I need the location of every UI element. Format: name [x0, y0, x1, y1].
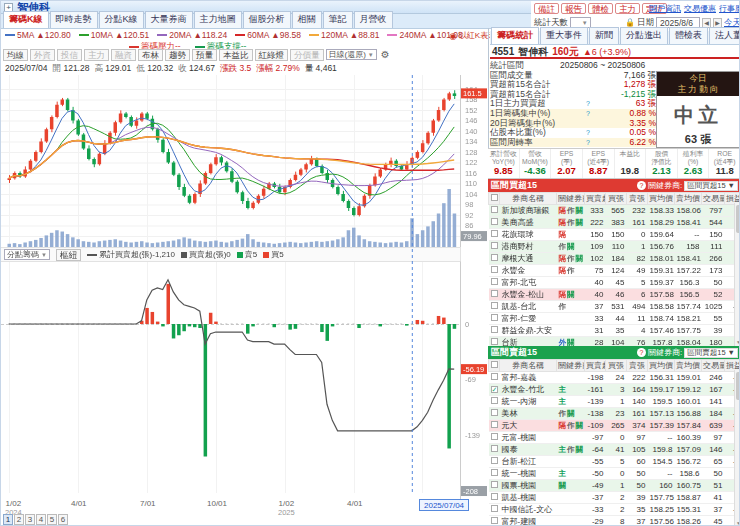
column-header[interactable]: 賣均價 — [675, 360, 702, 372]
sell-table-row[interactable]: 元富-桃園-97097--160.39974 — [489, 432, 740, 444]
column-header[interactable]: 賣張 — [627, 360, 648, 372]
buy-table-scrollbar[interactable]: ▲▼ — [734, 203, 740, 346]
page-button-2[interactable]: 2 — [14, 514, 24, 525]
row-checkbox[interactable] — [491, 326, 498, 333]
right-tab-0[interactable]: 籌碼統計 — [491, 27, 539, 44]
broker-name[interactable]: 永豐金-竹北 — [500, 384, 557, 396]
row-checkbox[interactable] — [491, 338, 498, 345]
buy-table-row[interactable]: 台新外關2810476157.8158.0418014 — [489, 337, 740, 347]
sell-table-row[interactable]: 美林作關-13823161157.13156.88184-44 — [489, 408, 740, 420]
sell-table-row[interactable]: 台新-松江-55560154.5156.7265-17 — [489, 456, 740, 468]
indicator-button-分價量[interactable]: 分價量 — [290, 49, 324, 61]
page-button-5[interactable]: 5 — [47, 514, 57, 525]
column-header[interactable]: 券商名稱 — [500, 193, 557, 205]
top-button-1[interactable]: 報告 — [561, 3, 586, 14]
date-prev-button[interactable]: ◀ — [702, 18, 711, 28]
buy-table-row[interactable]: 花旗環球隔1501500159.64--1505 — [489, 229, 740, 241]
row-checkbox[interactable] — [491, 266, 498, 273]
indicator-button-預量[interactable]: 預量 — [192, 49, 217, 61]
broker-name[interactable]: 花旗環球 — [500, 229, 557, 241]
column-header[interactable]: 買均價 — [648, 360, 675, 372]
buy-table-row[interactable]: 富邦-北屯40455159.37156.3501 — [489, 277, 740, 289]
top-button-3[interactable]: 主力 — [615, 3, 640, 14]
buy-table-row[interactable]: 富邦-仁愛334411158.74158.21554 — [489, 313, 740, 325]
row-checkbox[interactable] — [491, 218, 498, 225]
broker-name[interactable]: 國泰 — [500, 444, 557, 456]
filter-help-icon[interactable]: ? — [637, 348, 646, 357]
main-tab-3[interactable]: 大量券商 — [145, 11, 193, 28]
row-checkbox[interactable] — [491, 457, 498, 464]
page-button-3[interactable]: 3 — [25, 514, 35, 525]
broker-name[interactable]: 富邦-北屯 — [500, 277, 557, 289]
row-checkbox[interactable]: ✓ — [491, 386, 498, 393]
broker-name[interactable]: 港商野村 — [500, 241, 557, 253]
help-icon[interactable]: ? — [586, 109, 594, 119]
right-tab-2[interactable]: 新聞 — [589, 27, 619, 44]
buy-table-row[interactable]: 群益金鼎-大安31354157.46157.75398 — [489, 325, 740, 337]
broker-name[interactable]: 台新-松江 — [500, 456, 557, 468]
broker-name[interactable]: 永豐金-松山 — [500, 289, 557, 301]
row-checkbox[interactable] — [491, 242, 498, 249]
broker-name[interactable]: 台新 — [500, 337, 557, 347]
main-tab-8[interactable]: 月營收 — [354, 11, 393, 28]
row-checkbox[interactable] — [491, 469, 498, 476]
row-checkbox[interactable] — [491, 517, 498, 524]
broker-name[interactable]: 元富-桃園 — [500, 432, 557, 444]
column-header[interactable]: 賣張 — [627, 193, 648, 205]
top-link-0[interactable]: 開戶資訊 — [649, 3, 681, 14]
broker-name[interactable]: 美商高盛 — [500, 217, 557, 229]
row-checkbox[interactable] — [491, 302, 498, 309]
pivot-button[interactable]: 樞紐 — [56, 249, 81, 261]
row-checkbox[interactable] — [491, 314, 498, 321]
sell-table-row[interactable]: 國泰主作關-6441105159.8157.09146-30 — [489, 444, 740, 456]
broker-name[interactable]: 新加坡商瑞銀 — [500, 205, 557, 217]
sell-table-filter-select[interactable]: 區間賣超15▼ — [684, 348, 738, 358]
sell-table-row[interactable]: 富邦-建國-29837157.56158.2645-4 — [489, 516, 740, 526]
broker-name[interactable]: 摩根大通 — [500, 253, 557, 265]
sell-table-row[interactable]: 元大隔作關-109265374157.39157.84639-20 — [489, 420, 740, 432]
broker-name[interactable]: 富邦-建國 — [500, 516, 557, 526]
top-link-2[interactable]: 行事曆 — [719, 3, 740, 14]
main-tab-2[interactable]: 分點K線 — [99, 11, 144, 28]
filter-help-icon[interactable]: ? — [637, 181, 646, 190]
sell-table-scrollbar[interactable]: ▲▼ — [734, 370, 740, 526]
row-checkbox[interactable] — [491, 493, 498, 500]
buy-table-row[interactable]: 凱基-台北作37531494158.58157.741025-36 — [489, 301, 740, 313]
column-header[interactable]: 關鍵券商 — [557, 193, 585, 205]
indicator-button-主力[interactable]: 主力 — [84, 49, 109, 61]
right-tab-5[interactable]: 法人董監 — [709, 27, 740, 44]
column-header[interactable]: 交易量 — [702, 193, 725, 205]
price-volume-chart[interactable] — [1, 75, 488, 499]
main-tab-5[interactable]: 個股分析 — [243, 11, 291, 28]
row-checkbox[interactable] — [491, 433, 498, 440]
row-checkbox[interactable] — [491, 397, 498, 404]
row-checkbox[interactable] — [491, 373, 498, 380]
column-header[interactable]: 賣均價 — [675, 193, 702, 205]
broker-name[interactable]: 美林 — [500, 408, 557, 420]
sell-table-row[interactable]: 富邦-嘉義-19824222156.31159.01246-14 — [489, 372, 740, 384]
row-checkbox[interactable] — [491, 230, 498, 237]
row-checkbox[interactable] — [491, 421, 498, 428]
broker-name[interactable]: 統一-桃園 — [500, 468, 557, 480]
column-header[interactable]: 買賣超 — [585, 193, 606, 205]
broker-name[interactable]: 群益金鼎-大安 — [500, 325, 557, 337]
row-checkbox[interactable] — [491, 409, 498, 416]
indicator-button-布林[interactable]: 布林 — [138, 49, 163, 61]
main-tab-4[interactable]: 主力地圖 — [194, 11, 242, 28]
top-button-0[interactable]: 備註 — [534, 3, 559, 14]
indicator-button-紅綠燈[interactable]: 紅綠燈 — [255, 49, 289, 61]
main-tab-0[interactable]: 籌碼K線 — [3, 11, 49, 28]
column-header[interactable]: 買均價 — [648, 193, 675, 205]
sell-table-row[interactable]: 凱基-桃園-37239157.75158.8741-4 — [489, 492, 740, 504]
broker-name[interactable]: 國票-桃園 — [500, 480, 557, 492]
buy-table-row[interactable]: 永豐金隔作7512449159.31157.22173-3 — [489, 265, 740, 277]
page-button-6[interactable]: 6 — [58, 514, 68, 525]
sell-table-row[interactable]: ✓永豐金-竹北主-1613164159.17159.12167-14 — [489, 384, 740, 396]
buy-table-row[interactable]: 摩根大通隔作關10218482158.01158.4126624 — [489, 253, 740, 265]
indicator-button-外資[interactable]: 外資 — [30, 49, 55, 61]
top-link-1[interactable]: 交易優惠 — [684, 3, 716, 14]
broker-name[interactable]: 富邦-嘉義 — [500, 372, 557, 384]
column-header[interactable]: 買張 — [606, 193, 627, 205]
sell-table-row[interactable]: 統一-桃園主-50050--158.650-7 — [489, 468, 740, 480]
top-button-2[interactable]: 體檢 — [588, 3, 613, 14]
